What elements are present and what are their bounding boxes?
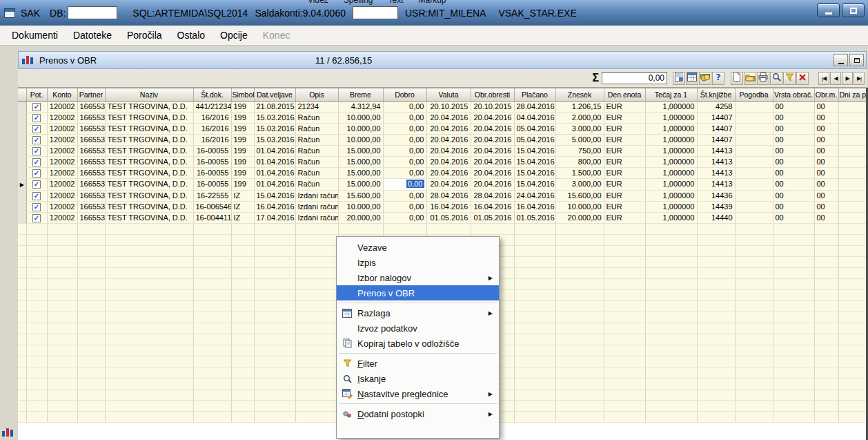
table-cell[interactable] [735, 156, 773, 167]
column-header-obr-obresti[interactable]: Obr.obresti [471, 88, 514, 101]
table-cell[interactable]: 14440 [697, 212, 735, 223]
table-row[interactable]: ✓120002166553TEST TRGOVINA, D.D.16/20161… [18, 134, 867, 145]
table-cell[interactable]: 800,00 [555, 156, 604, 167]
column-header-pla-ano[interactable]: Plačano [514, 88, 555, 101]
table-cell[interactable]: 1,000000 [645, 167, 697, 178]
table-cell[interactable]: 16/2016 [193, 112, 231, 123]
table-cell[interactable] [838, 123, 867, 134]
table-cell[interactable]: 04.04.2016 [514, 112, 555, 123]
table-cell[interactable]: 199 [231, 145, 254, 156]
table-cell[interactable]: 1,000000 [645, 212, 697, 223]
table-cell[interactable]: EUR [604, 101, 645, 112]
table-row[interactable]: ✓120002166553TEST TRGOVINA, D.D.16/20161… [18, 112, 867, 123]
table-cell[interactable]: TEST TRGOVINA, D.D. [105, 123, 193, 134]
row-checkbox[interactable]: ✓ [32, 192, 41, 200]
table-cell[interactable]: 166553 [77, 134, 105, 145]
table-cell[interactable]: 14436 [697, 190, 735, 201]
table-cell[interactable]: 01.04.2016 [254, 156, 295, 167]
table-cell[interactable]: 28.04.2016 [426, 190, 471, 201]
table-cell[interactable]: 17.04.2016 [254, 212, 295, 223]
table-row[interactable]: ✓120002166553TEST TRGOVINA, D.D.16-00055… [18, 156, 867, 167]
table-cell[interactable]: 01.04.2016 [254, 167, 295, 178]
new-document-button[interactable] [731, 72, 743, 85]
window-maximize-button[interactable] [842, 3, 865, 17]
table-cell[interactable]: 21.08.2015 [254, 101, 295, 112]
table-cell[interactable] [735, 167, 773, 178]
table-cell[interactable] [735, 134, 773, 145]
table-cell[interactable]: Račun [295, 156, 338, 167]
table-cell[interactable]: 166553 [77, 190, 105, 201]
report-button[interactable] [673, 72, 685, 85]
table-cell[interactable]: 01.05.2016 [514, 212, 555, 223]
table-cell[interactable]: 1,000000 [645, 123, 697, 134]
column-header-dobro[interactable]: Dobro [383, 88, 426, 101]
previous-record-button[interactable]: ◀ [830, 72, 841, 85]
table-cell[interactable]: 1,000000 [645, 156, 697, 167]
table-cell[interactable]: EUR [604, 190, 645, 201]
table-cell[interactable]: EUR [604, 156, 645, 167]
table-cell[interactable]: 15.000,00 [338, 156, 383, 167]
row-checkbox[interactable]: ✓ [32, 103, 41, 111]
table-cell[interactable]: 00 [814, 112, 838, 123]
table-cell[interactable]: EUR [604, 145, 645, 156]
context-menu-item-filter[interactable]: Filter [337, 356, 499, 371]
table-cell[interactable]: 20.04.2016 [471, 156, 514, 167]
row-checkbox[interactable]: ✓ [32, 125, 41, 133]
table-cell[interactable] [735, 178, 773, 190]
table-row[interactable]: ▶✓120002166553TEST TRGOVINA, D.D.16-0005… [18, 178, 867, 190]
table-cell[interactable]: EUR [604, 212, 645, 223]
table-cell[interactable]: 14439 [697, 201, 735, 212]
table-cell[interactable]: 20.04.2016 [426, 145, 471, 156]
table-cell[interactable]: 28.04.2016 [471, 190, 514, 201]
column-header-t-dok[interactable]: Št.dok. [193, 88, 231, 101]
table-cell[interactable]: 441/21234 [193, 101, 231, 112]
table-cell[interactable]: 05.04.2016 [514, 123, 555, 134]
table-cell[interactable]: 16/2016 [193, 134, 231, 145]
table-cell[interactable]: 15.03.2016 [254, 123, 295, 134]
column-header-znesek[interactable]: Znesek [555, 88, 604, 101]
window-minimize-button[interactable] [817, 3, 840, 17]
table-cell[interactable]: 20.000,00 [555, 212, 604, 223]
table-cell[interactable]: Račun [295, 167, 338, 178]
table-cell[interactable]: 199 [231, 178, 254, 190]
table-cell[interactable]: 166553 [77, 201, 105, 212]
table-cell[interactable]: 00 [773, 156, 814, 167]
row-checkbox[interactable]: ✓ [32, 136, 41, 144]
table-cell[interactable]: 0,00 [383, 156, 426, 167]
table-cell[interactable]: 120002 [47, 112, 77, 123]
table-cell[interactable]: 20.04.2016 [471, 112, 514, 123]
table-cell[interactable]: 15.04.2016 [254, 190, 295, 201]
table-cell[interactable]: 00 [814, 134, 838, 145]
column-header-t-knji-be[interactable]: Št.knjižbe [697, 88, 735, 101]
table-cell[interactable]: 15.03.2016 [254, 134, 295, 145]
table-cell[interactable]: 166553 [77, 145, 105, 156]
table-cell[interactable]: 1,000000 [645, 178, 697, 190]
table-cell[interactable]: 16-006546 [193, 201, 231, 212]
table-cell[interactable]: 16.04.2016 [514, 201, 555, 212]
search-button[interactable] [770, 72, 782, 85]
table-view-button[interactable] [686, 72, 698, 85]
table-cell[interactable]: Račun [295, 134, 338, 145]
table-cell[interactable]: 0,00 [383, 178, 426, 190]
table-cell[interactable] [838, 212, 867, 223]
table-cell[interactable]: 01.05.2016 [426, 212, 471, 223]
table-cell[interactable]: 00 [814, 101, 838, 112]
column-header-obr-m[interactable]: Obr.m. [814, 88, 838, 101]
column-header-dni-za-pla-o[interactable]: Dni za plač. o [838, 88, 867, 101]
table-cell[interactable]: 4.312,94 [338, 101, 383, 112]
table-cell[interactable]: 15.600,00 [555, 190, 604, 201]
table-cell[interactable]: 20.04.2016 [426, 156, 471, 167]
table-cell[interactable]: 1,000000 [645, 201, 697, 212]
table-cell[interactable]: EUR [604, 167, 645, 178]
table-cell[interactable]: 20.04.2016 [426, 178, 471, 190]
table-cell[interactable]: 199 [231, 167, 254, 178]
table-cell[interactable]: 00 [814, 178, 838, 190]
table-cell[interactable]: 20.04.2016 [426, 112, 471, 123]
table-cell[interactable]: 1.500,00 [555, 167, 604, 178]
column-header-opis[interactable]: Opis [295, 88, 338, 101]
context-menu-item-vezave[interactable]: Vezave [337, 240, 499, 255]
column-header-te-aj-za-1[interactable]: Tečaj za 1 [645, 88, 697, 101]
help-button[interactable]: ? [712, 72, 724, 85]
table-cell[interactable]: 00 [773, 123, 814, 134]
table-cell[interactable]: 14407 [697, 134, 735, 145]
